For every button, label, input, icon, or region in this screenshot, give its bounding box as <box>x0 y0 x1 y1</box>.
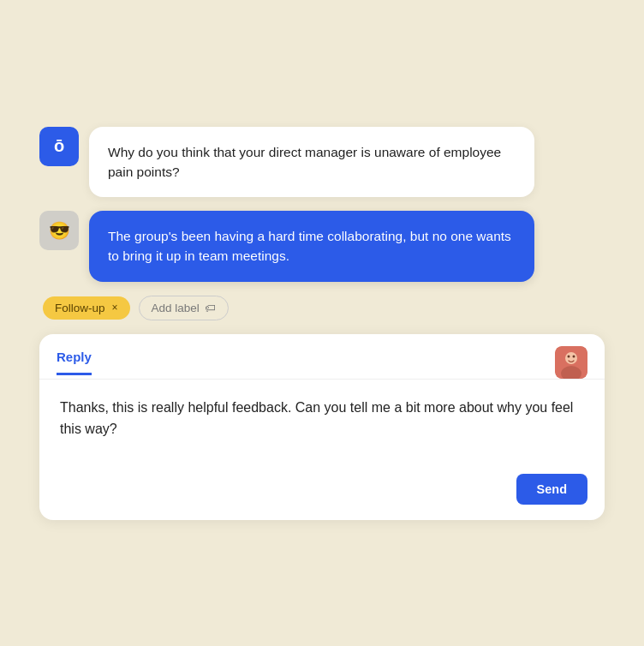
label-followup-text: Follow-up <box>55 302 105 314</box>
avatar-letter: ō <box>54 136 64 156</box>
current-user-avatar <box>555 346 587 379</box>
chat-container: ō Why do you think that your direct mana… <box>39 127 605 520</box>
message-row-2: 😎 The group's been having a hard time co… <box>39 211 605 282</box>
reply-text-content[interactable]: Thanks, this is really helpful feedback.… <box>60 397 584 457</box>
avatar-emoji: 😎 <box>49 220 70 241</box>
label-add[interactable]: Add label 🏷 <box>139 296 229 320</box>
reply-footer: Send <box>39 474 605 520</box>
svg-point-3 <box>568 355 570 357</box>
reply-tabs-bar: Reply <box>39 334 605 380</box>
reply-card: Reply Thanks, this is really helpful fee… <box>39 334 605 520</box>
label-tag-icon: 🏷 <box>205 302 216 314</box>
message-text-2: The group's been having a hard time coll… <box>108 229 511 263</box>
message-row-1: ō Why do you think that your direct mana… <box>39 127 605 198</box>
avatar-sender2: 😎 <box>39 211 79 250</box>
label-followup[interactable]: Follow-up × <box>43 296 130 320</box>
bubble-question: Why do you think that your direct manage… <box>89 127 534 198</box>
avatar-sender1: ō <box>39 127 79 166</box>
label-close-icon[interactable]: × <box>112 302 118 314</box>
label-add-text: Add label <box>152 302 200 314</box>
reply-tab[interactable]: Reply <box>57 350 92 375</box>
user-avatar-svg <box>555 346 587 379</box>
labels-row: Follow-up × Add label 🏷 <box>39 296 605 320</box>
bubble-response: The group's been having a hard time coll… <box>89 211 534 282</box>
user-avatar-inner <box>555 346 587 379</box>
reply-tab-label: Reply <box>57 350 92 364</box>
send-button[interactable]: Send <box>516 474 587 505</box>
svg-point-4 <box>573 355 575 357</box>
message-text-1: Why do you think that your direct manage… <box>108 145 501 179</box>
reply-body: Thanks, this is really helpful feedback.… <box>39 380 605 474</box>
